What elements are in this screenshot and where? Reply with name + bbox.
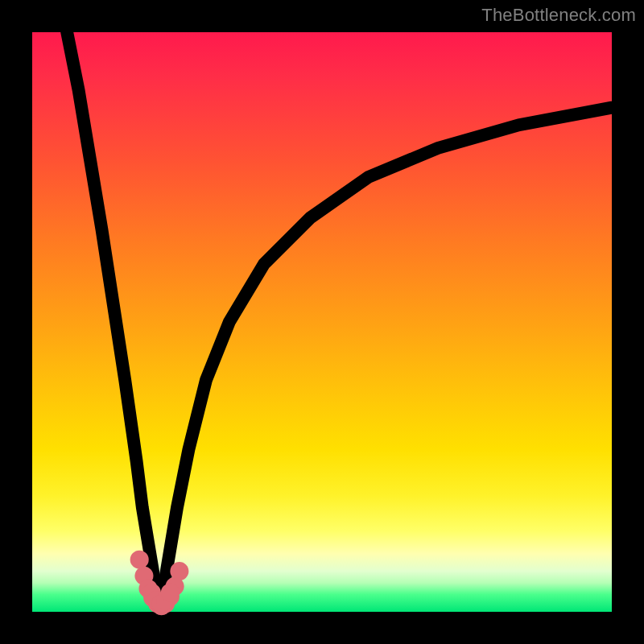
plot-area (32, 32, 612, 612)
marker-dot (130, 551, 149, 569)
figure-frame: TheBottleneck.com (0, 0, 644, 644)
curve-layer (32, 32, 612, 612)
marker-dot (170, 562, 188, 580)
curve-left-branch (67, 32, 159, 612)
attribution-text: TheBottleneck.com (481, 5, 636, 26)
curve-right-branch (159, 108, 612, 612)
marker-dot (161, 584, 180, 602)
